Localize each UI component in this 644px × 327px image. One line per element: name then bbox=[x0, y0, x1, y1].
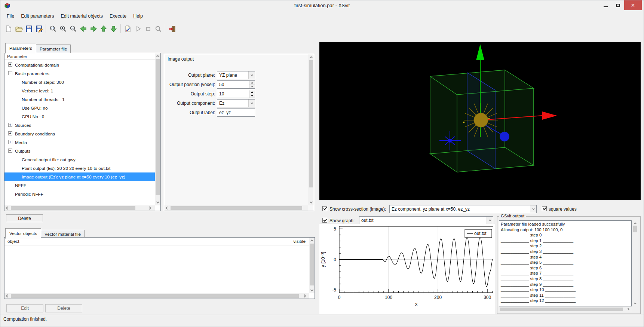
spin-down-icon[interactable] bbox=[249, 94, 255, 98]
go-left-icon[interactable] bbox=[78, 24, 88, 34]
scroll-left-icon[interactable] bbox=[5, 205, 10, 211]
scroll-right-icon[interactable] bbox=[302, 293, 307, 299]
tab-parameter-file[interactable]: Parameter file bbox=[36, 45, 71, 54]
new-file-icon[interactable] bbox=[3, 24, 13, 34]
save-file-as-icon[interactable] bbox=[34, 24, 44, 34]
spin-up-icon[interactable] bbox=[249, 81, 255, 85]
scroll-up-icon[interactable] bbox=[309, 238, 315, 243]
zoom-in-icon[interactable] bbox=[58, 24, 68, 34]
edit-vector-object-button[interactable]: Edit bbox=[6, 304, 43, 312]
scroll-down-icon[interactable] bbox=[308, 200, 314, 205]
tree-row[interactable]: Point output (Ex): 20 20 20 every 10 to … bbox=[4, 164, 155, 172]
spin-up-icon[interactable] bbox=[249, 90, 255, 94]
open-file-icon[interactable] bbox=[13, 24, 24, 34]
spin-down-icon[interactable] bbox=[249, 85, 255, 89]
gsvit-output-log[interactable]: Parameter file loaded successfullyAlloca… bbox=[499, 220, 632, 306]
form-spinbox[interactable]: 50 bbox=[217, 80, 255, 89]
scrollbar-thumb[interactable] bbox=[500, 308, 623, 311]
go-up-icon[interactable] bbox=[98, 24, 108, 34]
save-file-icon[interactable] bbox=[24, 24, 34, 34]
collapse-icon[interactable]: − bbox=[8, 149, 12, 153]
expand-icon[interactable]: + bbox=[8, 140, 12, 144]
tree-row[interactable]: Periodic NFFF bbox=[4, 190, 155, 198]
gsvit-horizontal-scrollbar[interactable] bbox=[499, 307, 632, 312]
minimize-button[interactable] bbox=[599, 0, 612, 10]
tab-vector-objects[interactable]: Vector objects bbox=[5, 228, 41, 239]
scroll-up-icon[interactable] bbox=[308, 55, 314, 59]
vector-horizontal-scrollbar[interactable] bbox=[4, 293, 309, 299]
tree-row[interactable]: NFFF bbox=[4, 181, 155, 190]
check-parameter-file-icon[interactable] bbox=[123, 24, 133, 34]
maximize-button[interactable] bbox=[612, 0, 624, 10]
show-cross-section-checkbox[interactable] bbox=[322, 206, 327, 211]
show-graph-checkbox[interactable] bbox=[322, 218, 327, 223]
delete-vector-object-button[interactable]: Delete bbox=[45, 304, 82, 312]
chevron-down-icon[interactable] bbox=[487, 217, 493, 224]
tree-row[interactable]: Number of steps: 300 bbox=[4, 78, 155, 86]
go-down-icon[interactable] bbox=[108, 24, 119, 34]
run-simulation-icon[interactable] bbox=[133, 24, 143, 34]
scrollbar-thumb[interactable] bbox=[310, 244, 314, 285]
menu-help[interactable]: Help bbox=[130, 13, 146, 19]
collapse-icon[interactable]: − bbox=[8, 71, 12, 75]
chevron-down-icon[interactable] bbox=[530, 205, 536, 213]
tree-row[interactable]: General output file: out.gwy bbox=[4, 155, 155, 164]
form-combo[interactable]: Ez bbox=[217, 99, 255, 107]
scroll-down-icon[interactable] bbox=[309, 288, 315, 293]
tree-row[interactable]: −Basic parameters bbox=[4, 69, 155, 78]
scrollbar-thumb[interactable] bbox=[171, 206, 302, 210]
vector-vertical-scrollbar[interactable] bbox=[309, 238, 315, 293]
tree-row[interactable]: +Computational domain bbox=[4, 61, 155, 69]
scrollbar-thumb[interactable] bbox=[156, 59, 160, 195]
form-horizontal-scrollbar[interactable] bbox=[164, 205, 308, 211]
expand-icon[interactable]: + bbox=[8, 131, 12, 135]
tree-row[interactable]: GPU No.: 0 bbox=[4, 112, 155, 121]
scroll-up-icon[interactable] bbox=[155, 54, 160, 58]
delete-parameter-button[interactable]: Delete bbox=[6, 214, 43, 222]
zoom-fit-icon[interactable] bbox=[48, 24, 58, 34]
form-combo[interactable]: YZ plane bbox=[217, 71, 255, 79]
3d-viewport[interactable] bbox=[319, 42, 641, 200]
scroll-left-icon[interactable] bbox=[165, 205, 169, 211]
scroll-down-icon[interactable] bbox=[632, 302, 638, 306]
expand-icon[interactable]: + bbox=[8, 62, 12, 67]
scrollbar-thumb[interactable] bbox=[11, 206, 135, 210]
menu-edit-parameters[interactable]: Edit parameters bbox=[18, 13, 57, 19]
cross-section-combo[interactable]: Ez component, yz plane at x=50, ez_yz bbox=[389, 205, 537, 213]
tree-row[interactable]: +Media bbox=[4, 138, 155, 147]
square-values-checkbox[interactable] bbox=[542, 206, 547, 211]
menu-file[interactable]: File bbox=[3, 13, 18, 19]
tree-vertical-scrollbar[interactable] bbox=[155, 53, 160, 205]
quit-icon[interactable] bbox=[167, 24, 177, 34]
tree-row[interactable]: Image output (Ez): yz plane at x=50 ever… bbox=[4, 172, 155, 181]
menu-execute[interactable]: Execute bbox=[106, 13, 130, 19]
tree-row[interactable]: Use GPU: no bbox=[4, 104, 155, 112]
form-spinbox[interactable]: 10 bbox=[217, 90, 255, 98]
chevron-down-icon[interactable] bbox=[248, 100, 255, 107]
close-button[interactable]: ✕ bbox=[624, 0, 642, 10]
tree-row[interactable]: +Boundary conditions bbox=[4, 129, 155, 138]
scroll-right-icon[interactable] bbox=[625, 307, 631, 312]
gsvit-vertical-scrollbar[interactable] bbox=[632, 220, 638, 306]
scrollbar-thumb[interactable] bbox=[633, 226, 637, 232]
scroll-down-icon[interactable] bbox=[155, 200, 160, 205]
scrollbar-thumb[interactable] bbox=[11, 294, 299, 298]
graph-file-combo[interactable]: out.txt bbox=[359, 216, 493, 224]
zoom-out-icon[interactable] bbox=[68, 24, 78, 34]
tree-row[interactable]: −Outputs bbox=[4, 147, 155, 155]
tree-row[interactable]: +Sources bbox=[4, 121, 155, 129]
scroll-right-icon[interactable] bbox=[147, 205, 152, 211]
expand-icon[interactable]: + bbox=[8, 123, 12, 127]
preview-icon[interactable] bbox=[153, 24, 163, 34]
stop-simulation-icon[interactable] bbox=[143, 24, 153, 34]
scrollbar-thumb[interactable] bbox=[309, 60, 313, 187]
scroll-left-icon[interactable] bbox=[5, 293, 10, 299]
chevron-down-icon[interactable] bbox=[248, 71, 255, 79]
tree-row[interactable]: Number of threads: -1 bbox=[4, 95, 155, 104]
scroll-up-icon[interactable] bbox=[632, 221, 638, 225]
tab-parameters[interactable]: Parameters bbox=[5, 43, 36, 54]
go-right-icon[interactable] bbox=[88, 24, 98, 34]
form-vertical-scrollbar[interactable] bbox=[308, 54, 314, 205]
tree-horizontal-scrollbar[interactable] bbox=[4, 205, 155, 211]
form-entry[interactable]: ez_yz bbox=[217, 109, 255, 117]
